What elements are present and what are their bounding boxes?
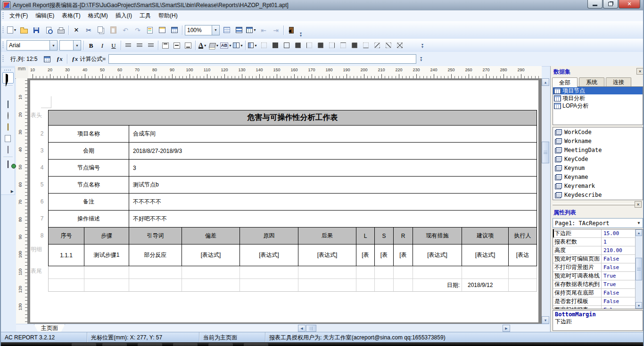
border-outer-button[interactable]: [281, 40, 292, 51]
zoom-select[interactable]: 100%▼: [185, 25, 220, 35]
footer-cell[interactable]: [374, 266, 393, 278]
detail-cell[interactable]: [表达式]: [462, 245, 508, 266]
row-number-3[interactable]: 3: [39, 147, 45, 154]
property-value[interactable]: False: [602, 256, 640, 262]
info-value-cell[interactable]: 合成车间: [129, 126, 537, 142]
detail-cell[interactable]: 1.1.1: [49, 245, 84, 266]
detail-cell[interactable]: [表达式]: [298, 245, 356, 266]
formula-input[interactable]: [108, 54, 416, 64]
function-button[interactable]: ƒx: [53, 53, 66, 65]
image-tool-button[interactable]: [3, 99, 13, 110]
footer-cell[interactable]: [49, 266, 84, 278]
scrollbar-thumb[interactable]: [542, 142, 549, 163]
border-diag-cross-button[interactable]: [394, 40, 405, 51]
footer-cell[interactable]: [462, 266, 508, 278]
row-number-2[interactable]: 2: [39, 130, 45, 137]
footer-cell[interactable]: [298, 279, 356, 291]
footer-cell[interactable]: 2018/9/12: [462, 279, 508, 291]
taskbar-button[interactable]: [173, 343, 198, 346]
menu-item-工具[interactable]: 工具: [136, 10, 155, 21]
column-header-cell[interactable]: 原因: [239, 228, 298, 244]
footer-cell[interactable]: [84, 266, 129, 278]
dataset-field-item[interactable]: Workname: [553, 136, 643, 145]
dataset-table-item[interactable]: LOPA分析: [553, 102, 643, 110]
dataset-field-item[interactable]: Keyremark: [553, 181, 643, 190]
chevron-down-icon[interactable]: ▼: [73, 41, 81, 50]
barcode-tool-button[interactable]: [3, 122, 13, 132]
shape-tool-button[interactable]: [3, 159, 13, 169]
taskbar-button[interactable]: [138, 343, 162, 346]
scrollbar-thumb[interactable]: [306, 325, 316, 332]
footer-cell[interactable]: [239, 266, 298, 278]
valign-bottom-button[interactable]: [182, 40, 194, 51]
border-style-button[interactable]: ▼: [247, 40, 258, 51]
dataset-field-item[interactable]: MeetingDate: [553, 145, 643, 154]
property-row[interactable]: 保持页尾在底部False: [553, 289, 640, 297]
footer-cell[interactable]: 日期:: [413, 279, 462, 291]
property-value[interactable]: False: [602, 298, 640, 304]
border-top-button[interactable]: [338, 40, 349, 51]
shift-right-button[interactable]: ⇥: [270, 25, 282, 36]
valign-middle-button[interactable]: [171, 40, 182, 51]
footer-cell[interactable]: [129, 266, 182, 278]
toolbox-expand-icon[interactable]: ▶: [11, 189, 14, 194]
panel-close-button[interactable]: ✕: [636, 68, 644, 75]
info-label-cell[interactable]: 操作描述: [49, 211, 129, 227]
info-value-cell[interactable]: 测试节点b: [129, 177, 537, 193]
toolbar-grip[interactable]: [2, 55, 4, 63]
info-value-cell[interactable]: 不好吧不不不: [129, 211, 537, 227]
detail-cell[interactable]: [表: [393, 245, 413, 266]
footer-cell[interactable]: [182, 279, 239, 291]
dataset-tab-全部[interactable]: 全部: [552, 77, 578, 87]
band-view-button[interactable]: [233, 25, 245, 36]
column-header-cell[interactable]: 后果: [298, 228, 356, 244]
print-preview-button[interactable]: [42, 25, 55, 36]
border-left-button[interactable]: [304, 40, 315, 51]
report-page[interactable]: 表头 明细 表尾 2345678 危害与可操作性分析工作表项目名称合成车间会期2…: [30, 80, 538, 322]
footer-cell[interactable]: [508, 279, 537, 291]
property-value[interactable]: 210.00: [602, 247, 640, 253]
border-all-button[interactable]: [270, 40, 281, 51]
border-diag-down-button[interactable]: [372, 40, 383, 51]
footer-cell[interactable]: [239, 279, 298, 291]
row-number-7[interactable]: 7: [39, 215, 45, 222]
redo-button[interactable]: ↷: [132, 25, 144, 36]
column-header-cell[interactable]: 建议项: [462, 228, 508, 244]
detail-cell[interactable]: 测试步骤1: [84, 245, 129, 266]
menu-item-文件(F)[interactable]: 文件(F): [6, 10, 32, 21]
scrollbar-track[interactable]: [316, 325, 503, 332]
copy-button[interactable]: [95, 25, 107, 36]
merge-cells-button[interactable]: ▼: [232, 40, 244, 51]
vertical-scrollbar[interactable]: ▲ ▼: [542, 78, 549, 324]
property-row[interactable]: 预览时可调表格线True: [553, 272, 640, 280]
property-value[interactable]: False: [602, 290, 640, 296]
align-left-button[interactable]: [123, 40, 134, 51]
new-button[interactable]: ▼: [6, 25, 18, 36]
footer-cell[interactable]: [129, 279, 182, 291]
columns-tool-button[interactable]: [3, 144, 13, 155]
property-value[interactable]: 15.00: [602, 230, 640, 236]
border-hmiddle-button[interactable]: [349, 40, 360, 51]
border-vcenter-button[interactable]: [315, 40, 326, 51]
property-value[interactable]: True: [602, 281, 640, 287]
dataset-table-item[interactable]: 项目分析: [553, 94, 643, 102]
info-label-cell[interactable]: 项目名称: [49, 126, 129, 142]
info-value-cell[interactable]: 3: [129, 160, 537, 176]
select-tool-button[interactable]: [2, 72, 14, 84]
panel-splitter[interactable]: ✕: [553, 201, 643, 207]
property-row[interactable]: 预览时可编辑页面False: [553, 255, 640, 263]
align-center-button[interactable]: [134, 40, 145, 51]
dataset-tab-系统[interactable]: 系统: [579, 77, 604, 86]
open-button[interactable]: [18, 25, 30, 36]
text-format-button[interactable]: AB▼: [220, 40, 232, 51]
info-label-cell[interactable]: 节点名称: [49, 177, 129, 193]
menu-item-帮助(H)[interactable]: 帮助(H): [155, 10, 182, 21]
splitter-close-button[interactable]: ✕: [635, 201, 642, 208]
column-header-cell[interactable]: 序号: [49, 228, 84, 244]
detail-cell[interactable]: [表: [374, 245, 393, 266]
design-canvas[interactable]: 表头 明细 表尾 2345678 危害与可操作性分析工作表项目名称合成车间会期2…: [27, 78, 542, 324]
detail-cell[interactable]: [表达式]: [182, 245, 239, 266]
bold-button[interactable]: B: [85, 40, 97, 51]
border-diag-up-button[interactable]: [383, 40, 394, 51]
page-setup-button[interactable]: [156, 25, 168, 36]
